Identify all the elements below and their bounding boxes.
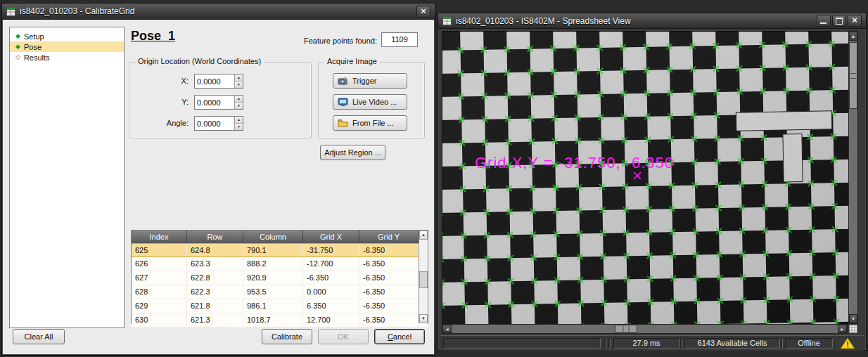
spin-down-icon[interactable]: ▼ [235,124,243,130]
column-header: Grid X [303,231,359,243]
y-value-field[interactable] [195,96,234,109]
cell-gridy: -6.350 [359,271,419,285]
cell-gridy: -6.350 [359,244,419,257]
cell-column: 790.1 [243,244,303,257]
scroll-down-icon[interactable]: ▼ [849,314,857,323]
desktop: is8402_010203 - CalibrateGrid × ◆ Setup … [0,0,868,357]
calibrate-grid-titlebar[interactable]: is8402_010203 - CalibrateGrid × [2,4,435,20]
window-icon [442,16,452,25]
camera-image[interactable]: Grid X,Y = -31.750, -6.350 [442,32,848,324]
table-scrollbar[interactable]: ▲ ▼ [419,231,428,323]
angle-value-field[interactable] [195,117,234,130]
live-video-button[interactable]: Live Video ... [333,94,407,110]
origin-location-group: Origin Location (World Coordinates) X: ▲… [129,62,312,138]
acquisition-time: 27.9 ms [613,338,679,349]
calibrate-button[interactable]: Calibrate [262,329,312,344]
close-icon[interactable]: × [848,15,862,27]
table-row[interactable]: 630 621.3 1018.7 12.700 -6.350 [132,313,428,327]
cell-column: 1018.7 [243,313,303,327]
table-row[interactable]: 625 624.8 790.1 -31.750 -6.350 [132,243,428,257]
cell-column: 920.9 [243,271,303,285]
status-splitter [604,338,606,349]
cell-gridx: 12.700 [303,313,359,327]
spin-down-icon[interactable]: ▼ [235,82,243,88]
column-header: Grid Y [359,231,419,243]
spreadsheet-view-window: is8402_010203 - IS8402M - Spreadsheet Vi… [438,13,867,351]
column-header: Index [132,231,187,243]
y-label: Y: [129,98,189,106]
maximize-icon[interactable] [832,15,846,27]
scroll-right-icon[interactable]: ► [838,325,847,333]
svg-text:!: ! [846,340,849,349]
cell-column: 888.2 [243,257,303,271]
step-status-icon: ◆ [15,33,20,39]
cell-gridy: -6.350 [359,257,419,271]
trigger-button[interactable]: Trigger [333,73,407,89]
tree-item-label: Setup [24,32,44,41]
spreadsheet-titlebar[interactable]: is8402_010203 - IS8402M - Spreadsheet Vi… [438,13,866,29]
minimize-icon[interactable] [817,15,831,27]
x-input[interactable]: ▲ ▼ [194,74,243,89]
step-status-icon: ◆ [15,44,20,50]
spin-up-icon[interactable]: ▲ [235,96,243,103]
tree-item-setup[interactable]: ◆ Setup [10,31,124,41]
cell-index: 630 [132,313,187,327]
cell-row: 623.3 [187,257,243,271]
table-row[interactable]: 628 622.3 953.5 0.000 -6.350 [132,285,428,299]
horizontal-scrollbar[interactable]: ◄ ► [442,324,848,334]
vertical-scrollbar[interactable]: ▲ ▼ [848,31,858,324]
cell-row: 621.8 [187,299,243,313]
adjust-region-button[interactable]: Adjust Region ... [320,145,385,160]
grid-overlay-text: Grid X,Y = -31.750, -6.350 [475,154,674,171]
spin-down-icon[interactable]: ▼ [235,103,243,109]
table-row[interactable]: 627 622.8 920.9 -6.350 -6.350 [132,271,428,285]
from-file-button[interactable]: From File ... [333,115,407,131]
y-input[interactable]: ▲ ▼ [194,95,243,110]
scroll-up-icon[interactable]: ▲ [419,231,428,240]
angle-input[interactable]: ▲ ▼ [194,116,243,131]
table-header: Index Row Column Grid X Grid Y [132,231,428,243]
calibrate-grid-dialog: is8402_010203 - CalibrateGrid × ◆ Setup … [1,3,435,356]
cell-index: 626 [132,257,187,271]
page-title: Pose 1 [131,29,175,44]
status-progress-segment [443,338,601,349]
connection-status: Offline [785,338,833,349]
table-scrollbar-thumb[interactable] [419,271,428,288]
camera-image-frame: Grid X,Y = -31.750, -6.350 [442,31,849,325]
cell-row: 624.8 [187,244,243,257]
acquire-image-group: Acquire Image Trigger Live Video ... Fro… [318,62,425,138]
horizontal-scrollbar-thumb[interactable] [615,325,637,333]
status-splitter [608,338,611,349]
from-file-button-label: From File ... [352,119,394,127]
tree-item-pose[interactable]: ◆ Pose [10,41,124,52]
cancel-button-label: Cancel [388,330,411,344]
cancel-button[interactable]: Cancel [374,329,425,344]
status-splitter [781,338,783,349]
step-status-icon: ◇ [15,54,20,60]
window-title: is8402_010203 - IS8402M - Spreadsheet Vi… [456,16,631,26]
tree-item-results[interactable]: ◇ Results [10,52,124,63]
spreadsheet-corner-icon[interactable] [849,325,857,333]
x-value-field[interactable] [195,74,234,88]
spin-up-icon[interactable]: ▲ [235,117,243,124]
scroll-down-icon[interactable]: ▼ [419,314,428,323]
close-icon[interactable]: × [416,6,430,18]
dialog-title: is8402_010203 - CalibrateGrid [20,6,134,16]
cell-index: 628 [132,285,187,299]
scroll-left-icon[interactable]: ◄ [442,325,452,333]
tree-item-label: Results [24,53,50,62]
live-video-icon [338,98,348,106]
spin-up-icon[interactable]: ▲ [235,74,243,82]
cell-column: 953.5 [243,285,303,299]
feature-points-label: Feature points found: [213,37,377,45]
vertical-scrollbar-thumb[interactable] [849,42,857,109]
table-row[interactable]: 629 621.8 986.1 6.350 -6.350 [132,299,428,313]
table-row[interactable]: 626 623.3 888.2 -12.700 -6.350 [132,257,428,271]
steps-tree: ◆ Setup ◆ Pose ◇ Results [9,27,125,328]
scroll-up-icon[interactable]: ▲ [849,32,857,41]
cell-column: 986.1 [243,299,303,313]
column-header: Row [187,231,243,243]
folder-icon [338,119,348,127]
clear-all-button[interactable]: Clear All [13,329,65,344]
warning-icon[interactable]: ! [840,337,855,349]
